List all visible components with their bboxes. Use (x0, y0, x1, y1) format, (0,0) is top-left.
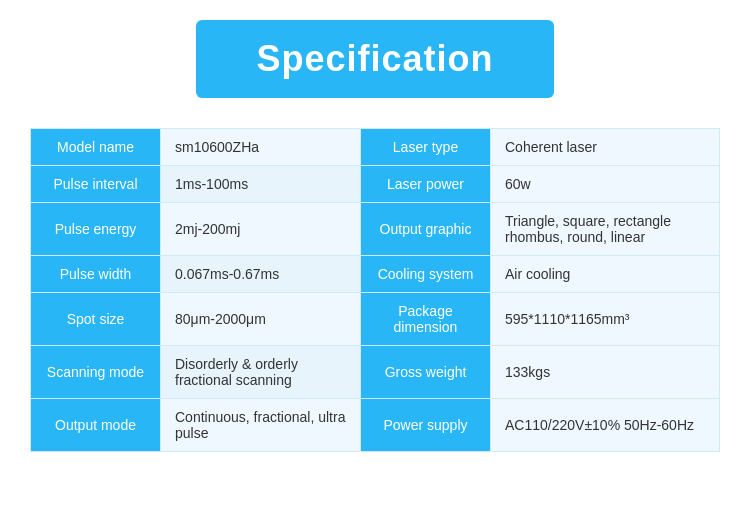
right-value-cell: 595*1110*1165mm³ (491, 293, 720, 346)
right-value-cell: 133kgs (491, 346, 720, 399)
left-value-cell: sm10600ZHa (161, 129, 361, 166)
left-value-cell: Continuous, fractional, ultra pulse (161, 399, 361, 452)
left-label-cell: Pulse interval (31, 166, 161, 203)
left-value-cell: 0.067ms-0.67ms (161, 256, 361, 293)
right-value-cell: Triangle, square, rectangle rhombus, rou… (491, 203, 720, 256)
page-title: Specification (196, 20, 553, 98)
specification-table: Model namesm10600ZHaLaser typeCoherent l… (30, 128, 720, 452)
right-label-cell: Package dimension (361, 293, 491, 346)
right-value-cell: 60w (491, 166, 720, 203)
left-value-cell: Disorderly & orderly fractional scanning (161, 346, 361, 399)
right-label-cell: Gross weight (361, 346, 491, 399)
table-row: Output modeContinuous, fractional, ultra… (31, 399, 720, 452)
left-value-cell: 1ms-100ms (161, 166, 361, 203)
left-value-cell: 80μm-2000μm (161, 293, 361, 346)
left-label-cell: Output mode (31, 399, 161, 452)
right-label-cell: Cooling system (361, 256, 491, 293)
right-label-cell: Laser type (361, 129, 491, 166)
left-label-cell: Model name (31, 129, 161, 166)
right-value-cell: Air cooling (491, 256, 720, 293)
table-row: Model namesm10600ZHaLaser typeCoherent l… (31, 129, 720, 166)
table-row: Scanning modeDisorderly & orderly fracti… (31, 346, 720, 399)
right-label-cell: Laser power (361, 166, 491, 203)
left-label-cell: Spot size (31, 293, 161, 346)
table-row: Pulse energy2mj-200mjOutput graphicTrian… (31, 203, 720, 256)
right-label-cell: Power supply (361, 399, 491, 452)
table-row: Pulse width0.067ms-0.67msCooling systemA… (31, 256, 720, 293)
right-value-cell: Coherent laser (491, 129, 720, 166)
table-row: Pulse interval1ms-100msLaser power60w (31, 166, 720, 203)
left-label-cell: Pulse energy (31, 203, 161, 256)
left-label-cell: Pulse width (31, 256, 161, 293)
left-label-cell: Scanning mode (31, 346, 161, 399)
right-label-cell: Output graphic (361, 203, 491, 256)
left-value-cell: 2mj-200mj (161, 203, 361, 256)
table-row: Spot size80μm-2000μmPackage dimension595… (31, 293, 720, 346)
right-value-cell: AC110/220V±10% 50Hz-60Hz (491, 399, 720, 452)
